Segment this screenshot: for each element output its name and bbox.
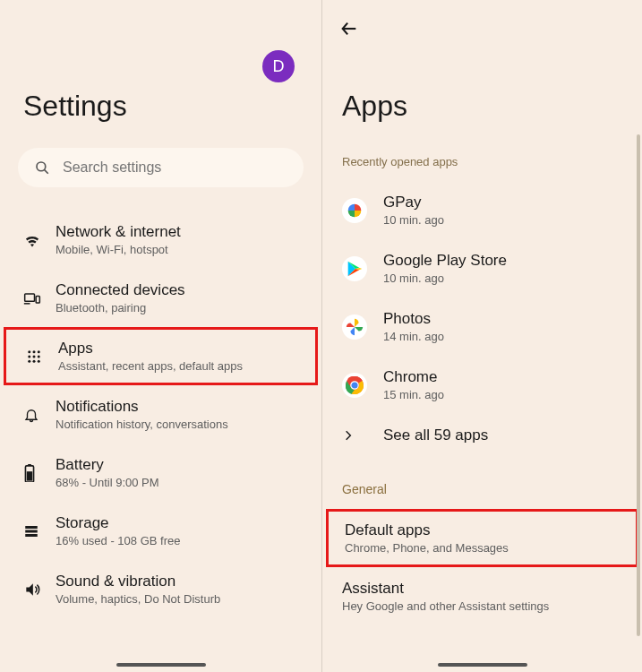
- svg-rect-19: [25, 534, 38, 537]
- apps-grid-icon: [26, 349, 58, 365]
- app-name: GPay: [383, 194, 444, 211]
- svg-rect-18: [25, 530, 38, 532]
- search-icon: [34, 159, 50, 176]
- settings-item-sub: Notification history, conversations: [56, 418, 304, 431]
- svg-rect-2: [25, 294, 35, 301]
- settings-item-storage[interactable]: Storage 16% used - 108 GB free: [0, 502, 321, 560]
- settings-item-sub: Mobile, Wi-Fi, hotspot: [56, 243, 304, 256]
- settings-item-sound[interactable]: Sound & vibration Volume, haptics, Do No…: [0, 560, 321, 618]
- section-label-general: General: [342, 482, 642, 496]
- storage-icon: [23, 523, 56, 539]
- back-button[interactable]: [337, 16, 362, 41]
- settings-item-sub: Bluetooth, pairing: [56, 301, 304, 314]
- assistant-row[interactable]: Assistant Hey Google and other Assistant…: [322, 567, 642, 625]
- svg-point-9: [33, 355, 36, 358]
- page-title: Settings: [23, 90, 321, 123]
- svg-rect-3: [36, 296, 39, 303]
- app-time: 10 min. ago: [383, 213, 444, 227]
- settings-item-devices[interactable]: Connected devices Bluetooth, pairing: [0, 269, 321, 327]
- svg-point-8: [28, 355, 30, 358]
- row-sub: Hey Google and other Assistant settings: [342, 599, 626, 613]
- avatar[interactable]: D: [262, 50, 295, 82]
- settings-item-network[interactable]: Network & internet Mobile, Wi-Fi, hotspo…: [0, 211, 321, 269]
- chrome-icon: [342, 373, 367, 398]
- app-time: 14 min. ago: [383, 330, 444, 343]
- gpay-icon: [342, 198, 367, 223]
- wifi-icon: [23, 231, 56, 249]
- svg-point-0: [37, 162, 46, 171]
- arrow-left-icon: [339, 19, 359, 39]
- svg-point-5: [28, 350, 30, 353]
- see-all-apps[interactable]: See all 59 apps: [322, 414, 642, 457]
- settings-list: Network & internet Mobile, Wi-Fi, hotspo…: [0, 211, 321, 618]
- app-row-photos[interactable]: Photos 14 min. ago: [322, 297, 642, 356]
- settings-item-label: Storage: [56, 514, 304, 532]
- app-row-chrome[interactable]: Chrome 15 min. ago: [322, 356, 642, 414]
- settings-item-notifications[interactable]: Notifications Notification history, conv…: [0, 385, 321, 444]
- svg-point-6: [33, 350, 36, 353]
- app-name: Photos: [383, 310, 444, 328]
- settings-item-label: Network & internet: [56, 223, 304, 241]
- app-time: 10 min. ago: [383, 271, 507, 285]
- svg-line-1: [45, 170, 48, 174]
- settings-pane: D Settings Network & internet Mobile, Wi…: [0, 0, 322, 672]
- svg-point-11: [28, 359, 30, 362]
- apps-pane: Apps Recently opened apps GPay 10 min. a…: [322, 0, 642, 672]
- sound-icon: [23, 581, 56, 599]
- app-row-playstore[interactable]: Google Play Store 10 min. ago: [322, 239, 642, 297]
- settings-item-label: Notifications: [56, 398, 304, 416]
- app-row-gpay[interactable]: GPay 10 min. ago: [322, 181, 642, 239]
- settings-item-battery[interactable]: Battery 68% - Until 9:00 PM: [0, 444, 321, 502]
- search-input[interactable]: [63, 159, 287, 176]
- photos-icon: [342, 314, 367, 340]
- svg-rect-17: [25, 526, 38, 529]
- settings-item-sub: Volume, haptics, Do Not Disturb: [56, 592, 304, 606]
- battery-icon: [23, 464, 56, 482]
- play-store-icon: [342, 256, 367, 281]
- section-label-recent: Recently opened apps: [342, 155, 642, 168]
- row-title: Default apps: [345, 521, 623, 539]
- svg-point-10: [38, 355, 40, 358]
- app-name: Chrome: [383, 368, 444, 386]
- settings-item-sub: Assistant, recent apps, default apps: [58, 359, 301, 373]
- settings-item-label: Battery: [56, 456, 304, 474]
- svg-point-12: [33, 359, 36, 362]
- scrollbar[interactable]: [637, 134, 640, 636]
- settings-item-sub: 68% - Until 9:00 PM: [56, 476, 304, 489]
- row-title: Assistant: [342, 580, 626, 598]
- bell-icon: [23, 407, 56, 423]
- settings-item-label: Connected devices: [56, 281, 304, 299]
- settings-item-label: Apps: [58, 340, 301, 358]
- app-name: Google Play Store: [383, 252, 507, 270]
- devices-icon: [23, 289, 56, 307]
- search-bar[interactable]: [18, 148, 304, 187]
- settings-item-apps[interactable]: Apps Assistant, recent apps, default app…: [4, 327, 318, 385]
- app-time: 15 min. ago: [383, 388, 444, 401]
- default-apps-row[interactable]: Default apps Chrome, Phone, and Messages: [326, 509, 638, 567]
- svg-rect-16: [27, 471, 32, 480]
- row-sub: Chrome, Phone, and Messages: [345, 541, 623, 555]
- settings-item-sub: 16% used - 108 GB free: [56, 534, 304, 547]
- avatar-letter: D: [273, 57, 285, 76]
- page-title: Apps: [342, 90, 642, 123]
- svg-point-7: [38, 350, 40, 353]
- settings-item-label: Sound & vibration: [56, 573, 304, 590]
- nav-handle[interactable]: [116, 663, 206, 667]
- chevron-right-icon: [342, 429, 367, 442]
- see-all-label: See all 59 apps: [383, 426, 488, 444]
- svg-point-13: [38, 359, 40, 362]
- nav-handle[interactable]: [438, 663, 527, 667]
